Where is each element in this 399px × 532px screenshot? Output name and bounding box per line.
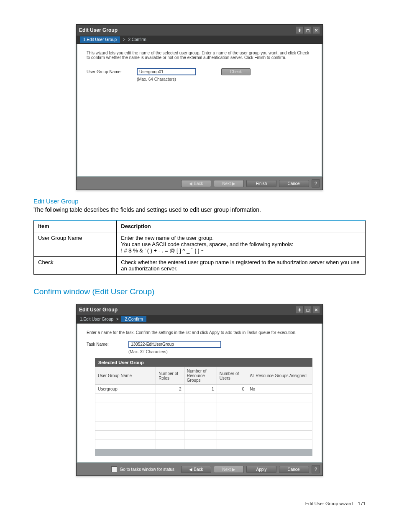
crumb2-step1[interactable]: 1.Edit User Group: [80, 317, 113, 321]
apply-button[interactable]: Apply: [246, 466, 276, 473]
th-name: User Group Name: [95, 367, 156, 385]
fields-table: Item Description User Group Name Enter t…: [33, 220, 366, 275]
td-all: No: [247, 385, 312, 394]
table-row: [95, 394, 312, 403]
check-button[interactable]: Check: [221, 68, 251, 75]
th-users: Number of Users: [217, 367, 247, 385]
section-heading-confirm: Confirm window (Edit User Group): [33, 287, 366, 296]
crumb-step1[interactable]: 1.Edit User Group: [80, 36, 120, 43]
pin-icon[interactable]: ⇟: [296, 306, 303, 314]
dialog-body: This wizard lets you edit the name of th…: [77, 44, 322, 177]
table-row[interactable]: Usergroup 2 1 0 No: [95, 385, 312, 394]
dialog2-desc: Enter a name for the task. Confirm the s…: [87, 330, 312, 335]
footer-page: 171: [358, 501, 366, 506]
task-name-label: Task Name:: [87, 342, 128, 347]
user-group-name-input[interactable]: [137, 68, 196, 75]
col-desc: Description: [117, 220, 366, 232]
crumb-sep: >: [123, 37, 125, 42]
td-users: 0: [217, 385, 247, 394]
back-button2[interactable]: ◀ Back: [181, 466, 211, 473]
dialog-titlebar: Edit User Group ⇟ ◻ ✕: [77, 25, 322, 36]
task-name-input[interactable]: [128, 341, 221, 348]
row2-desc: Check whether the entered user group nam…: [117, 257, 366, 275]
back-button[interactable]: ◀ Back: [181, 180, 211, 187]
selected-group-table: User Group Name Number of Roles Number o…: [95, 367, 312, 449]
crumb2-sep: >: [116, 317, 119, 321]
breadcrumb: 1.Edit User Group > 2.Confirm: [77, 36, 322, 44]
row1-desc: Enter the new name of the user group. Yo…: [117, 232, 366, 257]
td-rg: 1: [184, 385, 217, 394]
maximize-icon[interactable]: ◻: [304, 26, 312, 34]
row1-desc-c: ! # $ % & ' ( ) + - . = @ [ ] ^ _ ` { } …: [121, 247, 361, 254]
table-row: [95, 421, 312, 431]
goto-tasks-label: Go to tasks window for status: [120, 467, 174, 472]
td-name: Usergroup: [95, 385, 156, 394]
th-rg: Number of Resource Groups: [184, 367, 217, 385]
row1-desc-a: Enter the new name of the user group.: [121, 235, 361, 241]
help-icon[interactable]: ?: [312, 179, 320, 188]
cancel-button[interactable]: Cancel: [279, 180, 309, 187]
th-roles: Number of Roles: [156, 367, 184, 385]
dialog-confirm: Edit User Group ⇟ ◻ ✕ 1.Edit User Group …: [76, 304, 323, 476]
section-intro: The following table describes the fields…: [33, 206, 366, 213]
table-row: [95, 412, 312, 421]
row1-desc-b: You can use ASCII code characters, space…: [121, 241, 361, 247]
dialog2-title: Edit User Group: [79, 307, 295, 313]
selected-group-header: Selected User Group: [95, 358, 312, 367]
dialog2-footer: Go to tasks window for status ◀ Back Nex…: [77, 463, 322, 475]
close-icon[interactable]: ✕: [312, 26, 320, 34]
help-icon[interactable]: ?: [312, 465, 320, 473]
dialog-edit-user-group: Edit User Group ⇟ ◻ ✕ 1.Edit User Group …: [76, 24, 323, 190]
cancel-button2[interactable]: Cancel: [279, 466, 309, 473]
next-button[interactable]: Next ▶: [214, 180, 244, 187]
user-group-name-label: User Group Name:: [87, 69, 137, 74]
finish-button[interactable]: Finish: [246, 180, 276, 187]
breadcrumb2: 1.Edit User Group > 2.Confirm: [77, 315, 322, 324]
td-roles: 2: [156, 385, 184, 394]
dialog-footer: ◀ Back Next ▶ Finish Cancel ?: [77, 177, 322, 190]
row1-item: User Group Name: [34, 232, 117, 257]
table-row: [95, 431, 312, 440]
crumb2-step2[interactable]: 2.Confirm: [121, 316, 146, 322]
col-item: Item: [34, 220, 117, 232]
next-button2[interactable]: Next ▶: [214, 466, 244, 473]
pin-icon[interactable]: ⇟: [296, 26, 303, 34]
table-row: [95, 440, 312, 449]
dialog-desc: This wizard lets you edit the name of th…: [87, 51, 312, 60]
table-row: [95, 403, 312, 412]
page-footer: Edit User Group wizard 171: [33, 501, 366, 506]
row2-item: Check: [34, 257, 117, 275]
user-group-name-note: (Max. 64 Characters): [137, 77, 312, 82]
th-all: All Resource Groups Assigned: [247, 367, 312, 385]
dialog-title: Edit User Group: [79, 27, 295, 33]
maximize-icon[interactable]: ◻: [304, 306, 312, 314]
dialog2-body: Enter a name for the task. Confirm the s…: [77, 324, 322, 463]
close-icon[interactable]: ✕: [312, 306, 320, 314]
crumb-step2[interactable]: 2.Confirm: [128, 37, 146, 42]
table-footer-bar: [95, 449, 312, 456]
goto-tasks-checkbox[interactable]: [111, 466, 117, 472]
dialog2-titlebar: Edit User Group ⇟ ◻ ✕: [77, 304, 322, 315]
footer-text: Edit User Group wizard: [305, 501, 353, 506]
task-name-note: (Max. 32 Characters): [128, 350, 312, 354]
section-heading-edit: Edit User Group: [33, 198, 366, 205]
